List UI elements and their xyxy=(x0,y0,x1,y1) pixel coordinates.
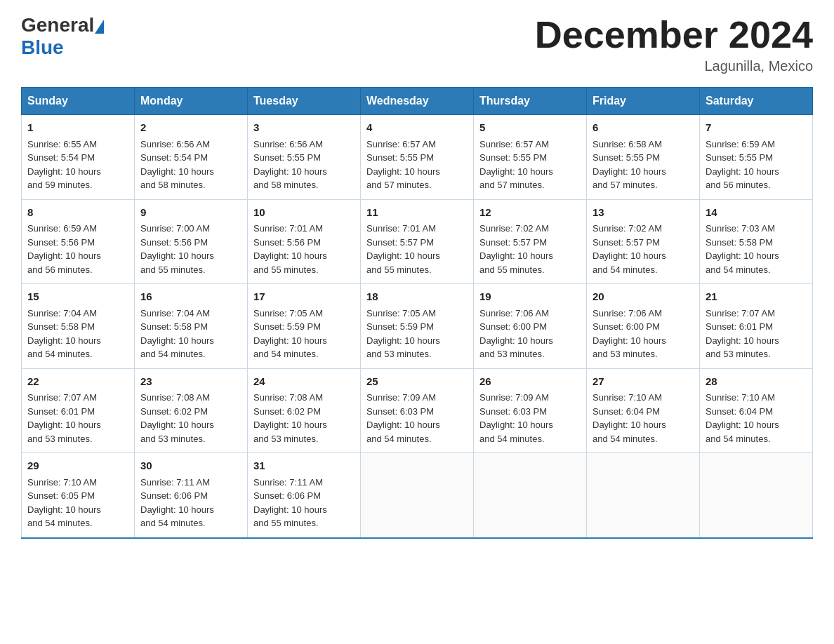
day-number: 1 xyxy=(27,120,128,136)
calendar-week-row: 22Sunrise: 7:07 AMSunset: 6:01 PMDayligh… xyxy=(22,368,813,453)
calendar-table: SundayMondayTuesdayWednesdayThursdayFrid… xyxy=(21,87,813,539)
day-number: 19 xyxy=(479,289,581,305)
day-number: 11 xyxy=(366,205,468,221)
calendar-cell: 1Sunrise: 6:55 AMSunset: 5:54 PMDaylight… xyxy=(22,115,135,200)
calendar-cell: 28Sunrise: 7:10 AMSunset: 6:04 PMDayligh… xyxy=(700,368,813,453)
day-number: 13 xyxy=(593,205,694,221)
day-number: 22 xyxy=(27,374,128,390)
day-info: Sunrise: 7:08 AMSunset: 6:02 PMDaylight:… xyxy=(253,391,355,445)
day-info: Sunrise: 7:11 AMSunset: 6:06 PMDaylight:… xyxy=(253,476,355,530)
calendar-title: December 2024 xyxy=(535,14,813,55)
day-number: 15 xyxy=(27,289,128,305)
day-info: Sunrise: 6:55 AMSunset: 5:54 PMDaylight:… xyxy=(27,137,128,192)
day-number: 27 xyxy=(593,374,694,390)
day-info: Sunrise: 7:05 AMSunset: 5:59 PMDaylight:… xyxy=(253,307,355,361)
day-info: Sunrise: 7:08 AMSunset: 6:02 PMDaylight:… xyxy=(140,391,241,445)
calendar-cell xyxy=(474,453,587,538)
calendar-week-row: 29Sunrise: 7:10 AMSunset: 6:05 PMDayligh… xyxy=(22,453,813,538)
calendar-cell: 6Sunrise: 6:58 AMSunset: 5:55 PMDaylight… xyxy=(587,115,700,200)
weekday-header-thursday: Thursday xyxy=(474,88,587,115)
day-number: 29 xyxy=(27,458,128,474)
calendar-week-row: 8Sunrise: 6:59 AMSunset: 5:56 PMDaylight… xyxy=(22,199,813,284)
calendar-cell: 12Sunrise: 7:02 AMSunset: 5:57 PMDayligh… xyxy=(474,199,587,284)
calendar-cell: 18Sunrise: 7:05 AMSunset: 5:59 PMDayligh… xyxy=(361,284,474,369)
calendar-cell: 27Sunrise: 7:10 AMSunset: 6:04 PMDayligh… xyxy=(587,368,700,453)
day-number: 28 xyxy=(706,374,807,390)
calendar-cell: 16Sunrise: 7:04 AMSunset: 5:58 PMDayligh… xyxy=(135,284,248,369)
day-info: Sunrise: 6:59 AMSunset: 5:55 PMDaylight:… xyxy=(706,137,807,192)
day-info: Sunrise: 7:11 AMSunset: 6:06 PMDaylight:… xyxy=(140,476,241,530)
day-number: 24 xyxy=(253,374,355,390)
day-number: 16 xyxy=(140,289,241,305)
title-block: December 2024 Lagunilla, Mexico xyxy=(535,14,813,74)
day-number: 21 xyxy=(706,289,807,305)
day-info: Sunrise: 7:03 AMSunset: 5:58 PMDaylight:… xyxy=(706,222,807,276)
day-number: 30 xyxy=(140,458,241,474)
calendar-cell: 7Sunrise: 6:59 AMSunset: 5:55 PMDaylight… xyxy=(700,115,813,200)
weekday-header-row: SundayMondayTuesdayWednesdayThursdayFrid… xyxy=(22,88,813,115)
day-number: 10 xyxy=(253,205,355,221)
calendar-cell: 8Sunrise: 6:59 AMSunset: 5:56 PMDaylight… xyxy=(22,199,135,284)
day-number: 18 xyxy=(366,289,468,305)
calendar-cell: 24Sunrise: 7:08 AMSunset: 6:02 PMDayligh… xyxy=(248,368,361,453)
calendar-cell: 21Sunrise: 7:07 AMSunset: 6:01 PMDayligh… xyxy=(700,284,813,369)
day-number: 14 xyxy=(706,205,807,221)
calendar-cell: 25Sunrise: 7:09 AMSunset: 6:03 PMDayligh… xyxy=(361,368,474,453)
calendar-cell: 10Sunrise: 7:01 AMSunset: 5:56 PMDayligh… xyxy=(248,199,361,284)
calendar-cell: 13Sunrise: 7:02 AMSunset: 5:57 PMDayligh… xyxy=(587,199,700,284)
calendar-cell: 30Sunrise: 7:11 AMSunset: 6:06 PMDayligh… xyxy=(135,453,248,538)
day-number: 12 xyxy=(479,205,581,221)
calendar-cell: 2Sunrise: 6:56 AMSunset: 5:54 PMDaylight… xyxy=(135,115,248,200)
day-info: Sunrise: 7:02 AMSunset: 5:57 PMDaylight:… xyxy=(479,222,581,276)
day-info: Sunrise: 7:06 AMSunset: 6:00 PMDaylight:… xyxy=(593,307,694,361)
day-info: Sunrise: 6:56 AMSunset: 5:54 PMDaylight:… xyxy=(140,137,241,192)
day-info: Sunrise: 7:07 AMSunset: 6:01 PMDaylight:… xyxy=(27,391,128,445)
calendar-cell xyxy=(587,453,700,538)
day-number: 3 xyxy=(253,120,355,136)
calendar-location: Lagunilla, Mexico xyxy=(535,58,813,74)
calendar-cell xyxy=(700,453,813,538)
day-number: 23 xyxy=(140,374,241,390)
day-number: 2 xyxy=(140,120,241,136)
day-info: Sunrise: 6:57 AMSunset: 5:55 PMDaylight:… xyxy=(366,137,468,192)
calendar-cell: 5Sunrise: 6:57 AMSunset: 5:55 PMDaylight… xyxy=(474,115,587,200)
weekday-header-friday: Friday xyxy=(587,88,700,115)
logo-triangle-icon xyxy=(95,20,104,34)
calendar-cell: 17Sunrise: 7:05 AMSunset: 5:59 PMDayligh… xyxy=(248,284,361,369)
weekday-header-saturday: Saturday xyxy=(700,88,813,115)
logo-general-text: General xyxy=(21,14,94,36)
day-info: Sunrise: 6:57 AMSunset: 5:55 PMDaylight:… xyxy=(479,137,581,192)
day-number: 5 xyxy=(479,120,581,136)
day-info: Sunrise: 6:58 AMSunset: 5:55 PMDaylight:… xyxy=(593,137,694,192)
day-number: 25 xyxy=(366,374,468,390)
calendar-cell: 14Sunrise: 7:03 AMSunset: 5:58 PMDayligh… xyxy=(700,199,813,284)
day-info: Sunrise: 7:00 AMSunset: 5:56 PMDaylight:… xyxy=(140,222,241,276)
calendar-week-row: 15Sunrise: 7:04 AMSunset: 5:58 PMDayligh… xyxy=(22,284,813,369)
page-header: General Blue December 2024 Lagunilla, Me… xyxy=(21,14,813,74)
logo: General Blue xyxy=(21,14,104,59)
day-info: Sunrise: 7:01 AMSunset: 5:57 PMDaylight:… xyxy=(366,222,468,276)
calendar-cell: 20Sunrise: 7:06 AMSunset: 6:00 PMDayligh… xyxy=(587,284,700,369)
calendar-cell: 19Sunrise: 7:06 AMSunset: 6:00 PMDayligh… xyxy=(474,284,587,369)
day-info: Sunrise: 7:07 AMSunset: 6:01 PMDaylight:… xyxy=(706,307,807,361)
day-info: Sunrise: 6:59 AMSunset: 5:56 PMDaylight:… xyxy=(27,222,128,276)
day-number: 8 xyxy=(27,205,128,221)
calendar-cell: 11Sunrise: 7:01 AMSunset: 5:57 PMDayligh… xyxy=(361,199,474,284)
calendar-cell: 9Sunrise: 7:00 AMSunset: 5:56 PMDaylight… xyxy=(135,199,248,284)
calendar-cell xyxy=(361,453,474,538)
day-info: Sunrise: 7:06 AMSunset: 6:00 PMDaylight:… xyxy=(479,307,581,361)
day-info: Sunrise: 7:05 AMSunset: 5:59 PMDaylight:… xyxy=(366,307,468,361)
calendar-cell: 26Sunrise: 7:09 AMSunset: 6:03 PMDayligh… xyxy=(474,368,587,453)
day-info: Sunrise: 7:09 AMSunset: 6:03 PMDaylight:… xyxy=(479,391,581,445)
day-info: Sunrise: 7:04 AMSunset: 5:58 PMDaylight:… xyxy=(140,307,241,361)
weekday-header-monday: Monday xyxy=(135,88,248,115)
day-info: Sunrise: 7:02 AMSunset: 5:57 PMDaylight:… xyxy=(593,222,694,276)
logo-blue-text: Blue xyxy=(21,36,64,58)
weekday-header-tuesday: Tuesday xyxy=(248,88,361,115)
calendar-cell: 31Sunrise: 7:11 AMSunset: 6:06 PMDayligh… xyxy=(248,453,361,538)
calendar-cell: 23Sunrise: 7:08 AMSunset: 6:02 PMDayligh… xyxy=(135,368,248,453)
day-number: 31 xyxy=(253,458,355,474)
day-number: 9 xyxy=(140,205,241,221)
day-number: 6 xyxy=(593,120,694,136)
day-number: 7 xyxy=(706,120,807,136)
